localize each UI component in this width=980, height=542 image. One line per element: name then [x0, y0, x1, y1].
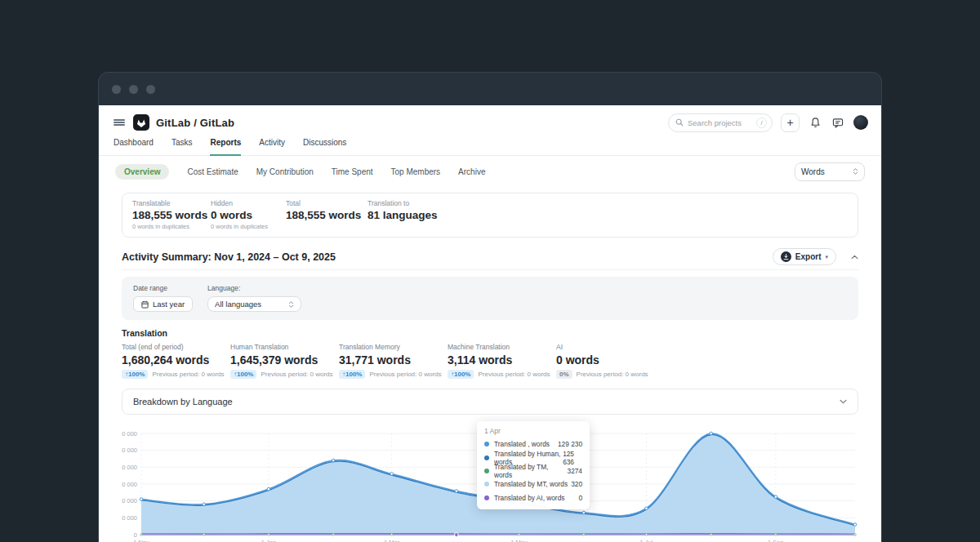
language-filter: Language: All languages	[207, 284, 301, 312]
language-select-value: All languages	[215, 300, 261, 309]
tab-activity[interactable]: Activity	[259, 138, 285, 155]
translation-stat-mt: Machine Translation 3,114 words ↑100%Pre…	[448, 343, 556, 379]
app-content: GitLab / GitLab / + Dashboard Ta	[99, 105, 881, 542]
gitlab-logo-icon[interactable]	[133, 114, 149, 131]
tab-reports[interactable]: Reports	[210, 138, 241, 155]
user-avatar[interactable]	[853, 115, 868, 130]
stat-total: Total 188,555 words	[286, 199, 368, 230]
stat-hidden: Hidden 0 words 0 words in duplicates	[211, 199, 286, 230]
search-shortcut-key: /	[756, 118, 767, 128]
series-dot-icon	[484, 442, 489, 446]
activity-summary-title: Activity Summary: Nov 1, 2024 – Oct 9, 2…	[122, 251, 336, 263]
tab-dashboard[interactable]: Dashboard	[114, 138, 154, 155]
breakdown-by-language-header[interactable]: Breakdown by Language	[122, 389, 858, 415]
export-button[interactable]: Export ▾	[773, 248, 836, 265]
translation-section-heading: Translation	[122, 328, 858, 338]
chevron-up-icon	[851, 255, 858, 260]
tooltip-row: Translated by AI, words0	[484, 491, 582, 504]
translation-stat-total: Total (end of period) 1,680,264 words ↑1…	[122, 343, 230, 379]
svg-text:1 Jan: 1 Jan	[261, 539, 276, 542]
activity-chart-area: 1 Nov1 Jan1 Mar1 May1 Jul1 Sep050 000100…	[122, 428, 858, 542]
language-label: Language:	[207, 284, 301, 292]
tab-cost-estimate[interactable]: Cost Estimate	[187, 167, 238, 176]
svg-text:250 000: 250 000	[122, 446, 137, 454]
svg-text:1 Nov: 1 Nov	[133, 539, 149, 542]
search-input[interactable]	[688, 118, 752, 127]
tab-my-contribution[interactable]: My Contribution	[256, 167, 314, 176]
chart-tooltip: 1 Apr Translated , words129 230 Translat…	[477, 421, 590, 509]
chevron-up-down-icon	[288, 300, 294, 309]
tab-time-spent[interactable]: Time Spent	[332, 167, 373, 176]
date-range-value: Last year	[153, 300, 185, 309]
filters-panel: Date range Last year Language: All langu…	[122, 277, 858, 320]
change-badge: ↑100%	[230, 370, 256, 379]
date-range-filter: Date range Last year	[133, 284, 193, 312]
stat-translation-to: Translation to 81 languages	[368, 199, 438, 230]
translation-stat-ai: AI 0 words 0%Previous period: 0 words	[556, 343, 665, 379]
tab-discussions[interactable]: Discussions	[303, 138, 346, 155]
collapse-section-button[interactable]	[851, 255, 858, 260]
series-dot-icon	[484, 495, 489, 500]
unit-select-value: Words	[801, 167, 825, 176]
chevron-down-icon	[840, 399, 847, 404]
svg-text:200 000: 200 000	[122, 464, 137, 471]
project-title: GitLab / GitLab	[156, 117, 234, 129]
search-icon	[675, 118, 684, 127]
svg-text:100 000: 100 000	[122, 497, 137, 504]
tab-overview[interactable]: Overview	[115, 164, 169, 180]
svg-text:1 Jul: 1 Jul	[640, 539, 653, 542]
download-icon	[781, 251, 791, 262]
svg-text:300 000: 300 000	[122, 430, 137, 438]
browser-window: GitLab / GitLab / + Dashboard Ta	[98, 72, 882, 542]
window-control-dot[interactable]	[112, 85, 121, 94]
menu-icon[interactable]	[114, 118, 125, 127]
svg-text:0: 0	[134, 531, 137, 539]
tab-archive[interactable]: Archive	[458, 167, 485, 176]
svg-text:1 Sep: 1 Sep	[768, 539, 784, 542]
translation-stats-row: Total (end of period) 1,680,264 words ↑1…	[122, 343, 858, 379]
tab-top-members[interactable]: Top Members	[391, 167, 441, 176]
create-new-button[interactable]: +	[781, 113, 800, 132]
series-dot-icon	[484, 455, 489, 460]
report-sub-tabs: Overview Cost Estimate My Contribution T…	[99, 162, 881, 181]
tooltip-row: Translated by TM, words3274	[484, 464, 582, 478]
svg-text:1 Mar: 1 Mar	[384, 539, 400, 542]
translation-stat-tm: Translation Memory 31,771 words ↑100%Pre…	[339, 343, 448, 379]
window-control-dot[interactable]	[129, 85, 138, 94]
activity-summary-header: Activity Summary: Nov 1, 2024 – Oct 9, 2…	[122, 247, 858, 270]
stat-translatable: Translatable 188,555 words 0 words in du…	[132, 199, 211, 230]
change-badge: ↑100%	[122, 370, 148, 379]
series-dot-icon	[484, 469, 489, 473]
project-words-summary-card: Translatable 188,555 words 0 words in du…	[122, 193, 858, 238]
calendar-icon	[141, 300, 149, 309]
tooltip-row: Translated by MT, words320	[484, 478, 582, 491]
unit-select[interactable]: Words	[795, 162, 865, 181]
change-badge: ↑100%	[448, 370, 474, 379]
date-range-button[interactable]: Last year	[133, 296, 193, 312]
date-range-label: Date range	[133, 284, 193, 292]
chevron-up-down-icon	[853, 167, 858, 175]
translation-stat-human: Human Translation 1,645,379 words ↑100%P…	[230, 343, 339, 379]
window-titlebar	[99, 73, 881, 105]
app-header: GitLab / GitLab / +	[99, 110, 881, 135]
series-dot-icon	[484, 482, 489, 486]
notifications-bell-icon[interactable]	[808, 115, 822, 130]
chevron-down-icon: ▾	[825, 254, 828, 260]
change-badge: ↑100%	[339, 370, 365, 379]
primary-nav-tabs: Dashboard Tasks Reports Activity Discuss…	[99, 138, 881, 156]
language-select[interactable]: All languages	[207, 296, 301, 312]
tooltip-date: 1 Apr	[484, 427, 582, 435]
tab-tasks[interactable]: Tasks	[172, 138, 193, 155]
svg-text:1 May: 1 May	[510, 539, 528, 542]
messages-icon[interactable]	[831, 115, 845, 130]
search-box[interactable]: /	[668, 113, 773, 132]
window-control-dot[interactable]	[146, 85, 155, 94]
svg-text:150 000: 150 000	[122, 481, 137, 488]
svg-text:50 000: 50 000	[122, 514, 137, 522]
change-badge: 0%	[556, 370, 572, 379]
